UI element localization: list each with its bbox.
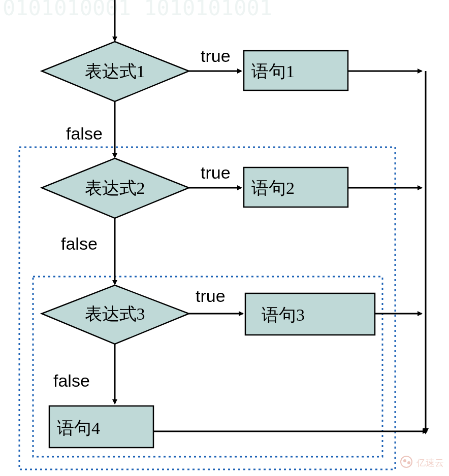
stmt-1-label: 语句1: [251, 62, 295, 81]
svg-point-2: [407, 461, 410, 464]
svg-point-1: [403, 459, 406, 462]
edge-true-1-label: true: [201, 46, 231, 65]
decision-3-label: 表达式3: [85, 304, 145, 323]
stmt-3-label: 语句3: [262, 305, 305, 324]
watermark-text: 亿速云: [416, 458, 444, 468]
stmt-4-label: 语句4: [57, 419, 100, 437]
stmt-2-label: 语句2: [251, 179, 295, 197]
edge-false-1-label: false: [66, 124, 103, 143]
decision-2-label: 表达式2: [85, 179, 145, 197]
flowchart-diagram: 0101010001 1010101001 表达式1 true 语句1 fals…: [0, 0, 449, 476]
edge-true-3-label: true: [196, 286, 226, 305]
edge-false-2-label: false: [61, 234, 98, 253]
svg-point-0: [401, 456, 412, 467]
edge-true-2-label: true: [201, 163, 231, 182]
edge-false-3-label: false: [53, 371, 90, 390]
background-decor: 0101010001 1010101001: [3, 0, 272, 20]
watermark-logo: [401, 456, 412, 467]
decision-1-label: 表达式1: [85, 62, 145, 81]
